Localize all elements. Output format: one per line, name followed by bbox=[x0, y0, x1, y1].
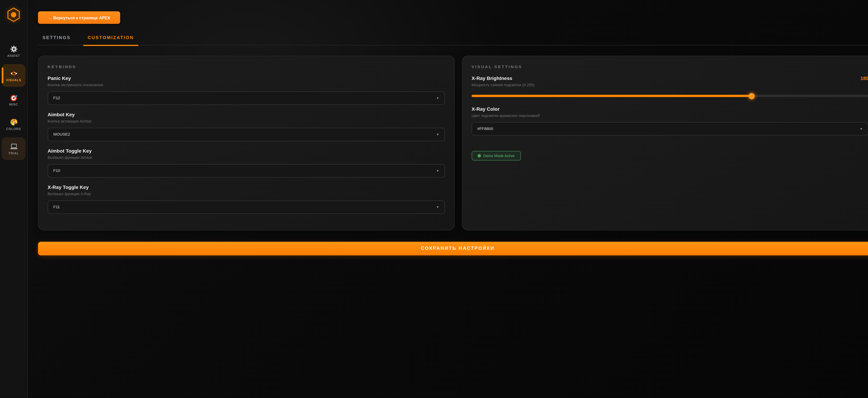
field-label: Panic Key bbox=[48, 76, 445, 81]
field-description: Цвет подсветки вражеских персонажей bbox=[472, 113, 868, 117]
select-value: F10 bbox=[53, 169, 60, 173]
sidebar-item-visuals[interactable]: VISUALS bbox=[2, 64, 26, 87]
aimbot-toggle-key-select[interactable]: F10 ▼ bbox=[48, 164, 445, 177]
keybinds-panel-title: KEYBINDS bbox=[48, 65, 445, 69]
sidebar-item-assist[interactable]: ASSIST bbox=[2, 40, 26, 63]
sidebar-item-label: TRIAL bbox=[8, 151, 19, 155]
sidebar-item-misc[interactable]: MISC bbox=[2, 88, 26, 111]
visual-settings-panel: VISUAL SETTINGS X-Ray Brightness 180 Мощ… bbox=[462, 56, 868, 230]
chevron-down-icon: ▼ bbox=[436, 133, 439, 136]
select-value: MOUSE2 bbox=[53, 132, 70, 136]
sidebar-item-label: ASSIST bbox=[7, 54, 20, 57]
field-label: Aimbot Key bbox=[48, 112, 445, 117]
field-description: Вкл/выкл функции X-Ray bbox=[48, 192, 445, 196]
field-description: Мощность сияния подсветки (0-255) bbox=[472, 83, 868, 87]
eye-icon bbox=[9, 69, 18, 78]
xray-color-field: X-Ray Color Цвет подсветки вражеских пер… bbox=[472, 106, 868, 135]
xray-brightness-value: 180 bbox=[861, 76, 868, 81]
sidebar-item-colors[interactable]: COLORS bbox=[2, 113, 26, 136]
chevron-down-icon: ▼ bbox=[436, 205, 439, 208]
demo-mode-badge-label: Demo Mode Active bbox=[483, 154, 515, 158]
app-logo-icon[interactable] bbox=[7, 7, 20, 22]
xray-brightness-slider[interactable] bbox=[472, 92, 868, 99]
back-to-apex-button[interactable]: ← Вернуться к странице APEX bbox=[38, 11, 120, 24]
demo-mode-badge: Demo Mode Active bbox=[472, 151, 521, 161]
sidebar-item-trial[interactable]: TRIAL bbox=[2, 137, 26, 160]
main-content: ← Вернуться к странице APEX SETTINGS CUS… bbox=[27, 0, 868, 398]
select-value: F11 bbox=[53, 205, 60, 209]
sidebar-item-label: MISC bbox=[9, 103, 18, 106]
xray-brightness-field: X-Ray Brightness 180 Мощность сияния под… bbox=[472, 76, 868, 99]
select-value: F12 bbox=[53, 96, 60, 100]
gear-icon bbox=[9, 45, 18, 53]
xray-brightness-fill bbox=[472, 95, 752, 96]
aimbot-key-select[interactable]: MOUSE2 ▼ bbox=[48, 127, 445, 141]
field-label: Aimbot Toggle Key bbox=[48, 148, 445, 154]
sidebar-item-label: VISUALS bbox=[6, 78, 21, 82]
chevron-down-icon: ▼ bbox=[860, 127, 863, 130]
sidebar-nav: ASSIST VISUALS MISC bbox=[2, 40, 26, 160]
panic-key-select[interactable]: F12 ▼ bbox=[48, 91, 445, 105]
tab-settings[interactable]: SETTINGS bbox=[38, 35, 75, 46]
select-value: #FF8800 bbox=[477, 126, 493, 131]
field-label: X-Ray Toggle Key bbox=[48, 184, 445, 190]
field-description: Кнопка активации Aimbot bbox=[48, 119, 445, 123]
field-label: X-Ray Color bbox=[472, 106, 868, 112]
tab-customization[interactable]: CUSTOMIZATION bbox=[83, 35, 138, 46]
slider-thumb[interactable] bbox=[749, 93, 755, 99]
aimbot-toggle-key-field: Aimbot Toggle Key Вкл/выкл функции Aimbo… bbox=[48, 148, 445, 177]
app-window: ASSIST VISUALS MISC bbox=[0, 0, 868, 398]
field-description: Вкл/выкл функции Aimbot bbox=[48, 155, 445, 159]
panic-key-field: Panic Key Кнопка экстренного отключения … bbox=[48, 76, 445, 105]
save-settings-button[interactable]: СОХРАНИТЬ НАСТРОЙКИ bbox=[38, 242, 868, 255]
chevron-down-icon: ▼ bbox=[436, 169, 439, 172]
keybinds-panel: KEYBINDS Panic Key Кнопка экстренного от… bbox=[38, 56, 455, 230]
field-description: Кнопка экстренного отключения bbox=[48, 83, 445, 87]
sidebar-item-label: COLORS bbox=[6, 127, 21, 131]
field-label: X-Ray Brightness bbox=[472, 76, 512, 81]
target-icon bbox=[9, 94, 18, 102]
xray-toggle-key-field: X-Ray Toggle Key Вкл/выкл функции X-Ray … bbox=[48, 184, 445, 214]
status-dot-icon bbox=[478, 154, 480, 157]
visual-panel-title: VISUAL SETTINGS bbox=[472, 65, 868, 69]
chevron-down-icon: ▼ bbox=[436, 96, 439, 100]
sidebar: ASSIST VISUALS MISC bbox=[0, 0, 28, 398]
laptop-icon bbox=[9, 143, 18, 151]
tab-bar: SETTINGS CUSTOMIZATION bbox=[38, 31, 868, 46]
xray-toggle-key-select[interactable]: F11 ▼ bbox=[48, 200, 445, 214]
aimbot-key-field: Aimbot Key Кнопка активации Aimbot MOUSE… bbox=[48, 112, 445, 141]
xray-color-select[interactable]: #FF8800 ▼ bbox=[472, 122, 868, 135]
palette-icon bbox=[9, 118, 18, 126]
